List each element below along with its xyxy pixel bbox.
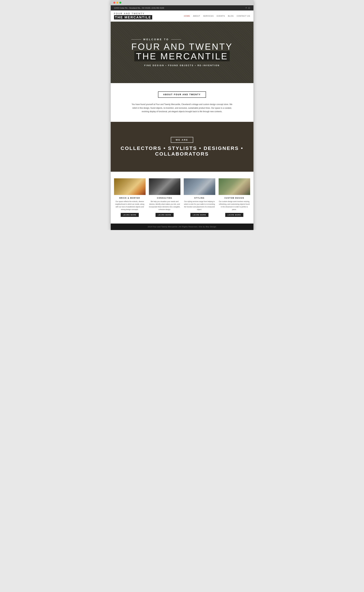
nav-item-events[interactable]: EVENTS [217, 15, 225, 17]
site-header: FOUR AND TWENTY THE MERCANTILE HOMEABOUT… [111, 10, 254, 22]
hero-title: FOUR AND TWENTY THE MERCANTILE [131, 42, 233, 61]
about-badge: ABOUT FOUR AND TWENTY [158, 91, 206, 98]
we-are-content: WE ARE COLLECTORS • STYLISTS • DESIGNERS… [111, 137, 254, 157]
hero-welcome-text: WELCOME TO [131, 38, 233, 41]
learn-more-button-1[interactable]: LEARN MORE [156, 213, 174, 217]
hero-section: WELCOME TO FOUR AND TWENTY THE MERCANTIL… [111, 22, 254, 83]
learn-more-button-0[interactable]: LEARN MORE [121, 213, 139, 217]
service-title-0: BRICK & MORTAR [114, 197, 146, 199]
instagram-icon[interactable]: ☖ [248, 7, 250, 9]
hero-content: WELCOME TO FOUR AND TWENTY THE MERCANTIL… [131, 38, 233, 67]
maximize-dot[interactable] [119, 2, 121, 4]
address-text: 12433 Cedar Rd., Cleveland Hts., OH 4410… [114, 7, 164, 9]
social-icons: f ☖ [246, 7, 250, 9]
service-item-3: CUSTOM DESIGNOur custom design work invo… [219, 178, 250, 217]
browser-window: 12433 Cedar Rd., Cleveland Hts., OH 4410… [111, 0, 254, 230]
service-image-0 [114, 178, 146, 195]
minimize-dot[interactable] [116, 2, 118, 4]
top-bar: 12433 Cedar Rd., Cleveland Hts., OH 4410… [111, 5, 254, 10]
browser-chrome [111, 0, 254, 5]
nav-item-blog[interactable]: BLOG [228, 15, 234, 17]
site-footer: 2014 Four and Twenty Mercantile | All Ri… [111, 223, 254, 230]
about-text: You have found yourself at Four and Twen… [131, 103, 234, 114]
service-title-1: CONSULTING [149, 197, 180, 199]
we-are-badge: WE ARE [171, 137, 193, 143]
service-item-1: CONSULTINGWe help you visualize your nee… [149, 178, 180, 217]
nav-item-contact-us[interactable]: CONTACT US [237, 15, 250, 17]
we-are-section: WE ARE COLLECTORS • STYLISTS • DESIGNERS… [111, 122, 254, 172]
services-section: BRICK & MORTAROur space reflects the ecl… [111, 172, 254, 223]
service-desc-1: We help you visualize your needs and des… [149, 200, 180, 211]
logo-bottom-text: THE MERCANTILE [114, 15, 152, 20]
service-title-3: CUSTOM DESIGN [219, 197, 250, 199]
hero-subtitle: FINE DESIGN • FOUND OBJECTS • RE-INVENTI… [131, 64, 233, 67]
learn-more-button-3[interactable]: LEARN MORE [225, 213, 243, 217]
about-section: ABOUT FOUR AND TWENTY You have found you… [111, 83, 254, 122]
facebook-icon[interactable]: f [246, 7, 247, 9]
site-logo[interactable]: FOUR AND TWENTY THE MERCANTILE [114, 13, 152, 20]
service-image-3 [219, 178, 250, 195]
service-item-0: BRICK & MORTAROur space reflects the ecl… [114, 178, 146, 217]
service-desc-0: Our space reflects the eclectic, diverse… [114, 200, 146, 211]
nav-item-home[interactable]: HOME [184, 15, 190, 17]
service-desc-2: Our styling services range from helping … [184, 200, 215, 211]
service-image-2 [184, 178, 215, 195]
service-image-1 [149, 178, 180, 195]
footer-text: 2014 Four and Twenty Mercantile | All Ri… [148, 226, 216, 228]
logo-top-text: FOUR AND TWENTY [114, 13, 152, 15]
we-are-title: COLLECTORS • STYLISTS • DESIGNERS • COLL… [111, 145, 254, 157]
main-nav: HOMEABOUTSERVICESEVENTSBLOGCONTACT US [184, 15, 250, 17]
service-desc-3: Our custom design work involves resizing… [219, 200, 250, 211]
service-item-2: STYLINGOur styling services range from h… [184, 178, 215, 217]
learn-more-button-2[interactable]: LEARN MORE [190, 213, 208, 217]
close-dot[interactable] [113, 2, 115, 4]
nav-item-services[interactable]: SERVICES [203, 15, 214, 17]
hero-title-line1: FOUR AND TWENTY [131, 42, 233, 51]
service-title-2: STYLING [184, 197, 215, 199]
nav-item-about[interactable]: ABOUT [193, 15, 200, 17]
hero-title-line2: THE MERCANTILE [134, 51, 230, 61]
